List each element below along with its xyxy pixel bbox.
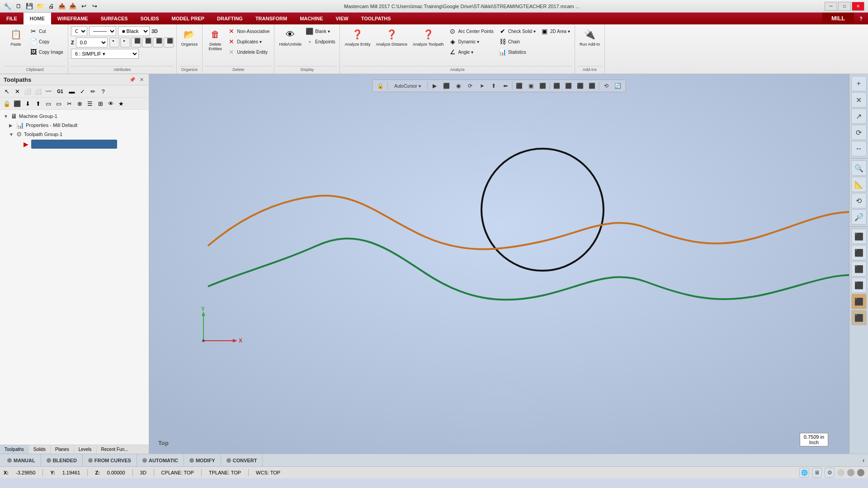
tab-modify[interactable]: MODIFY — [184, 454, 221, 467]
run-addin-button[interactable]: 🔌 Run Add-In — [578, 26, 602, 48]
rp-flip-btn[interactable]: ↔ — [851, 141, 867, 156]
ft-btn7[interactable]: ⬅ — [500, 81, 510, 91]
canvas-area[interactable]: 🔒 AutoCursor ▾ ▶ ⬛ ◉ ⟳ ➤ ⬆ ⬅ ⬛ ▣ ⬛ ⬛ ⬛ ⬛… — [149, 74, 849, 454]
dynamic-button[interactable]: ◈ Dynamic ▾ — [447, 37, 495, 47]
ft-btn6[interactable]: ⬆ — [489, 81, 499, 91]
menu-home[interactable]: HOME — [24, 13, 51, 24]
organize-btn[interactable]: 📂 Organize — [179, 26, 200, 48]
tool-bar[interactable]: ▬ — [67, 86, 77, 96]
tool-layers[interactable]: ⬛ — [12, 99, 22, 108]
ft-autocursor-btn[interactable]: AutoCursor ▾ — [390, 81, 426, 91]
menu-machine[interactable]: MACHINE — [293, 13, 329, 24]
tool-check[interactable]: ✓ — [77, 86, 87, 96]
hide-unhide-button[interactable]: 👁 Hide/Unhide — [277, 26, 303, 48]
line-type-select[interactable]: ────── — [89, 26, 116, 36]
ft-btn15[interactable]: ⟲ — [601, 81, 611, 91]
tab-levels[interactable]: Levels — [74, 445, 97, 454]
ft-btn11[interactable]: ⬛ — [552, 81, 562, 91]
undelete-button[interactable]: ✕ Undelete Entity — [226, 47, 271, 57]
tab-automatic[interactable]: AUTOMATIC — [137, 454, 184, 467]
tool-wave[interactable]: 〰 — [43, 86, 53, 96]
status-globe-btn[interactable]: 🌐 — [799, 468, 809, 478]
menu-model-prep[interactable]: MODEL PREP — [165, 13, 211, 24]
qa-export[interactable]: 📤 — [57, 2, 66, 11]
menu-toolpaths[interactable]: TOOLPATHS — [355, 13, 397, 24]
delete-entities-button[interactable]: 🗑 DeleteEntities — [205, 26, 225, 52]
rp-tool1-btn[interactable]: ⬛ — [851, 229, 867, 244]
arc-center-points-button[interactable]: ⊙ Arc Center Points — [447, 26, 495, 36]
panel-close-button[interactable]: ✕ — [138, 76, 145, 83]
ft-btn13[interactable]: ⬛ — [576, 81, 585, 91]
tool-plus[interactable]: ⊕ — [75, 99, 85, 108]
tab-recent[interactable]: Recent Fun... — [97, 445, 133, 454]
cut-button[interactable]: ✂ Cut — [28, 26, 65, 36]
tool-cross[interactable]: ✕ — [12, 86, 22, 96]
qa-open[interactable]: 📁 — [36, 2, 45, 11]
help-button[interactable]: ? — [854, 16, 868, 21]
tool-lock[interactable]: 🔒 — [2, 99, 12, 108]
tool-g1[interactable]: G1 — [54, 86, 66, 96]
tool-rect1[interactable]: ▭ — [43, 99, 53, 108]
qa-import[interactable]: 📥 — [68, 2, 77, 11]
minimize-button[interactable]: ─ — [825, 2, 837, 11]
ft-btn10[interactable]: ⬛ — [538, 81, 548, 91]
ft-btn12[interactable]: ⬛ — [564, 81, 574, 91]
rp-plus-btn[interactable]: + — [851, 76, 867, 91]
non-associative-button[interactable]: ✕ Non-Associative — [226, 26, 271, 36]
rp-tool2-btn[interactable]: ⬛ — [851, 245, 867, 260]
tool-up[interactable]: ⬆ — [33, 99, 43, 108]
tree-properties[interactable]: ▶ 📊 Properties - Mill Default — [2, 121, 147, 130]
close-button[interactable]: ✕ — [852, 2, 864, 11]
surface-btn6[interactable]: ⬛ — [164, 38, 174, 47]
angle-button[interactable]: ∠ Angle ▾ — [447, 47, 495, 57]
check-solid-button[interactable]: ✔ Check Solid ▾ — [497, 26, 538, 36]
2d-area-button[interactable]: ▣ 2D Area ▾ — [539, 26, 572, 36]
tree-play-item[interactable]: ▶ — [2, 139, 147, 150]
shape-select[interactable]: O — [71, 26, 87, 36]
tab-scroll-right[interactable]: › — [861, 457, 866, 464]
status-settings-btn[interactable]: ⚙ — [825, 468, 835, 478]
rp-arrow-btn[interactable]: ↗ — [851, 108, 867, 124]
rp-tool5-btn[interactable]: ⬛ — [851, 294, 867, 309]
tool-grid[interactable]: ⊞ — [95, 99, 105, 108]
maximize-button[interactable]: □ — [838, 2, 851, 11]
tool-help[interactable]: ? — [98, 86, 108, 96]
duplicates-button[interactable]: ✕ Duplicates ▾ — [226, 37, 271, 47]
qa-print[interactable]: 🖨 — [47, 2, 56, 11]
tool-list[interactable]: ☰ — [85, 99, 95, 108]
analyze-distance-button[interactable]: ❓ Analyze Distance — [374, 26, 410, 48]
tool-trim[interactable]: ✂ — [64, 99, 74, 108]
tree-toolpath-group[interactable]: ▼ ⚙ Toolpath Group-1 — [2, 130, 147, 139]
ft-lock-btn[interactable]: 🔒 — [376, 81, 386, 91]
tool-pencil[interactable]: ✏ — [88, 86, 98, 96]
surface-btn4[interactable]: ⬛ — [142, 38, 152, 47]
surface-btn5[interactable]: ⬛ — [153, 38, 163, 47]
ft-btn8[interactable]: ⬛ — [514, 81, 524, 91]
rp-magnify-btn[interactable]: 🔍 — [851, 160, 867, 176]
menu-drafting[interactable]: DRAFTING — [211, 13, 249, 24]
tool-frame1[interactable]: ⬜ — [23, 86, 33, 96]
copy-button[interactable]: 📄 Copy — [28, 37, 65, 47]
tab-toolpaths[interactable]: Toolpaths — [0, 445, 29, 454]
qa-undo[interactable]: ↩ — [79, 2, 88, 11]
tool-select[interactable]: ↖ — [2, 86, 12, 96]
analyze-toolpath-button[interactable]: ❓ Analyze Toolpath — [411, 26, 445, 48]
rp-tool4-btn[interactable]: ⬛ — [851, 277, 867, 293]
tool-star[interactable]: ★ — [116, 99, 126, 108]
tool-frame2[interactable]: ⬜ — [33, 86, 43, 96]
tool-eye[interactable]: 👁 — [106, 99, 116, 108]
rp-undo-btn[interactable]: ⟲ — [851, 193, 867, 208]
menu-solids[interactable]: SOLIDS — [134, 13, 165, 24]
layer-select[interactable]: 6 : SIMPLIF ▾ — [71, 49, 139, 59]
tree-machine-group[interactable]: ▼ 🖥 Machine Group-1 — [2, 112, 147, 121]
ft-btn5[interactable]: ➤ — [477, 81, 487, 91]
ft-btn9[interactable]: ▣ — [526, 81, 536, 91]
ft-btn1[interactable]: ▶ — [430, 81, 440, 91]
rp-tool6-btn[interactable]: ⬛ — [851, 310, 867, 325]
menu-wireframe[interactable]: WIREFRAME — [51, 13, 94, 24]
ft-btn2[interactable]: ⬛ — [442, 81, 452, 91]
chain-button[interactable]: ⛓ Chain — [497, 37, 538, 47]
panel-pin-button[interactable]: 📌 — [129, 76, 136, 83]
tab-planes[interactable]: Planes — [51, 445, 74, 454]
surface-btn1[interactable]: ▪ — [109, 38, 119, 47]
